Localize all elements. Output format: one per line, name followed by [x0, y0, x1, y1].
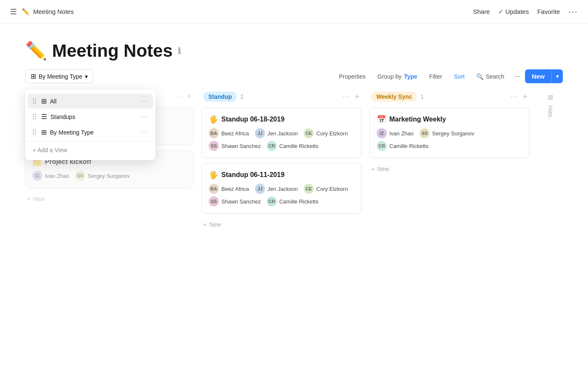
nav-title-text: Meeting Notes — [33, 8, 74, 15]
favorite-button[interactable]: Favorite — [537, 8, 560, 15]
filter-button[interactable]: Filter — [424, 70, 447, 83]
all-column-actions: ··· + — [173, 92, 192, 101]
hidden-label: Hidd... — [547, 106, 554, 121]
person-sergey: SS Sergey Surganov — [75, 171, 130, 181]
person-jen-2: JJ Jen Jackson — [255, 184, 298, 194]
card-marketing-text: Marketing Weekly — [389, 116, 446, 123]
column-hidden: ⊠ Hidd... — [538, 92, 563, 364]
card-standup1-text: Standup 06-18-2019 — [221, 116, 284, 123]
person-beez-1: BA Beez Africa — [209, 128, 249, 138]
person-camille-2: CR Camille Ricketts — [267, 196, 318, 206]
page-title-text: Meeting Notes — [52, 41, 173, 61]
view-grid-icon: ⊞ — [31, 72, 36, 80]
search-button[interactable]: 🔍 Search — [471, 70, 509, 83]
info-icon[interactable]: ℹ — [178, 46, 181, 56]
add-view-button[interactable]: + Add a View — [25, 143, 155, 157]
avatar-cory-1: CE — [304, 128, 314, 138]
bytype-view-icon: ⊞ — [41, 128, 47, 136]
standup-new-label: New — [209, 221, 221, 228]
view-label: By Meeting Type — [39, 73, 82, 80]
card-standup-1[interactable]: 🖐 Standup 06-18-2019 BA Beez Africa JJ J… — [202, 108, 361, 158]
plus-icon-weekly: + — [371, 166, 375, 172]
dropdown-item-standups[interactable]: ☰ Standups ··· — [28, 109, 153, 124]
standups-view-icon: ☰ — [41, 113, 47, 121]
person-camille2-name: Camille Ricketts — [279, 198, 318, 205]
new-button[interactable]: New ▾ — [525, 69, 563, 83]
all-col-more-button[interactable]: ··· — [173, 92, 183, 101]
search-label: Search — [486, 73, 504, 80]
weekly-more-button[interactable]: ··· — [509, 92, 519, 101]
avatar-camille-2: CR — [267, 196, 277, 206]
person-shawn-2: SS Shawn Sanchez — [209, 196, 261, 206]
view-switcher[interactable]: ⊞ By Meeting Type ▾ — [25, 69, 93, 83]
topbar: ☰ ✏️ Meeting Notes Share ✓ Updates Favor… — [0, 0, 588, 24]
person-beez-2: BA Beez Africa — [209, 184, 249, 194]
person-shawn1-name: Shawn Sanchez — [221, 143, 261, 149]
column-weekly-header: Weekly Sync 1 ··· + — [370, 92, 529, 102]
share-button[interactable]: Share — [473, 8, 490, 15]
card-standup1-people: BA Beez Africa JJ Jen Jackson CE Cory Et… — [209, 128, 354, 151]
all-col-add-button[interactable]: + — [186, 92, 192, 101]
bytype-more-button[interactable]: ··· — [141, 129, 148, 136]
avatar-beez-1: BA — [209, 128, 219, 138]
updates-button[interactable]: ✓ Updates — [498, 8, 529, 16]
standups-more-button[interactable]: ··· — [141, 113, 148, 121]
updates-label: Updates — [505, 8, 529, 15]
column-standup-header: Standup 2 ··· + — [202, 92, 361, 102]
standup-count: 2 — [240, 93, 244, 100]
menu-icon[interactable]: ☰ — [10, 7, 17, 16]
person-jen-1: JJ Jen Jackson — [255, 128, 298, 138]
person-jen1-name: Jen Jackson — [268, 130, 298, 137]
standups-view-label: Standups — [50, 114, 138, 120]
weekly-new-label: New — [377, 166, 389, 172]
dropdown-item-all[interactable]: ⊞ All ··· — [28, 94, 153, 108]
view-dropdown-menu: ⊞ All ··· ☰ Standups ··· ⊞ By Meeting Ty… — [25, 90, 155, 160]
new-button-chevron[interactable]: ▾ — [551, 70, 563, 83]
card-standup2-title: 🖐 Standup 06-11-2019 — [209, 170, 354, 180]
avatar-ivan: IZ — [32, 171, 42, 181]
avatar-cory-2: CE — [304, 184, 314, 194]
groupby-button[interactable]: Group by Type — [373, 70, 423, 83]
weekly-new-button[interactable]: + New — [370, 163, 391, 175]
person-sergey-w-name: Sergey Surganov — [432, 130, 474, 137]
all-col-new-button[interactable]: + New — [25, 193, 46, 205]
weekly-add-button[interactable]: + — [522, 92, 528, 102]
all-view-label: All — [50, 98, 138, 105]
card-marketing-weekly[interactable]: 📅 Marketing Weekly IZ Ivan Zhao SS Serge… — [370, 108, 529, 158]
standup-new-button[interactable]: + New — [202, 219, 223, 230]
person-beez1-name: Beez Africa — [221, 130, 249, 137]
person-ivan-name: Ivan Zhao — [45, 173, 69, 179]
sort-button[interactable]: Sort — [449, 70, 470, 83]
drag-handle-all[interactable] — [33, 98, 36, 104]
new-button-label: New — [525, 69, 551, 83]
card-standup-2[interactable]: 🖐 Standup 06-11-2019 BA Beez Africa JJ J… — [202, 163, 361, 214]
person-camille-1: CR Camille Ricketts — [267, 141, 318, 151]
avatar-camille-w: CR — [377, 141, 387, 151]
card-standup1-emoji: 🖐 — [209, 115, 218, 124]
person-cory-2: CE Cory Etzkorn — [304, 184, 348, 194]
all-more-button[interactable]: ··· — [141, 98, 148, 105]
person-sergey-name: Sergey Surganov — [88, 173, 130, 179]
add-view-label: + Add a View — [33, 147, 67, 153]
card-marketing-emoji: 📅 — [377, 115, 386, 124]
topbar-right: Share ✓ Updates Favorite ··· — [473, 7, 578, 16]
dropdown-item-bytype[interactable]: ⊞ By Meeting Type ··· — [28, 125, 153, 140]
avatar-beez-2: BA — [209, 184, 219, 194]
hidden-icon[interactable]: ⊠ — [548, 93, 553, 101]
weekly-column-actions: ··· + — [509, 92, 528, 102]
person-cory1-name: Cory Etzkorn — [316, 130, 348, 137]
weekly-tag: Weekly Sync — [371, 92, 417, 102]
bytype-view-label: By Meeting Type — [50, 129, 138, 136]
drag-handle-standups[interactable] — [33, 114, 36, 119]
more-options-button[interactable]: ··· — [568, 7, 578, 16]
properties-button[interactable]: Properties — [334, 70, 371, 83]
person-camille-w: CR Camille Ricketts — [377, 141, 428, 151]
standup-more-button[interactable]: ··· — [341, 92, 351, 101]
card-standup1-title: 🖐 Standup 06-18-2019 — [209, 115, 354, 124]
column-standup: Standup 2 ··· + 🖐 Standup 06-18-2019 BA … — [202, 92, 361, 364]
avatar-camille-1: CR — [267, 141, 277, 151]
standup-add-button[interactable]: + — [354, 92, 360, 102]
more-toolbar-button[interactable]: ··· — [511, 70, 523, 83]
drag-handle-bytype[interactable] — [33, 129, 36, 135]
weekly-count: 1 — [420, 93, 424, 100]
